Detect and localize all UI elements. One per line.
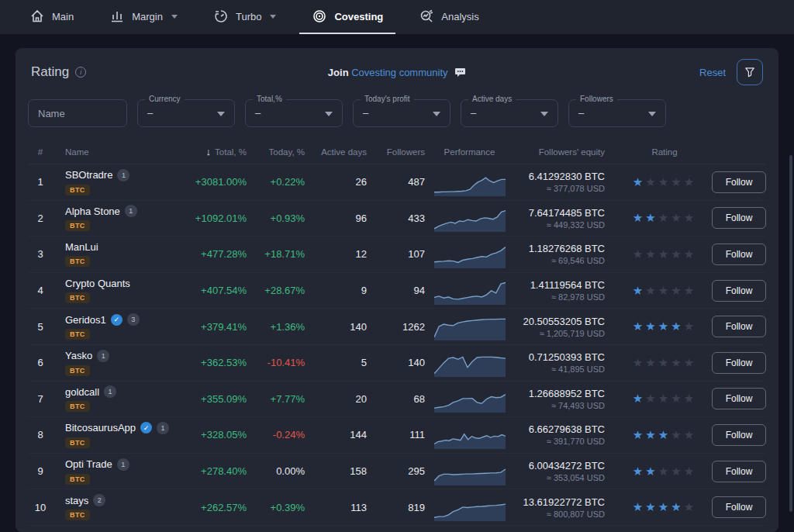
header-active-days[interactable]: Active days xyxy=(305,147,367,157)
trader-name[interactable]: SBOtradre xyxy=(65,169,112,181)
star-empty-icon: ★ xyxy=(658,392,671,405)
reset-button[interactable]: Reset xyxy=(699,67,726,78)
chevron-down-icon xyxy=(325,112,333,116)
today-percent-value: -0.24% xyxy=(247,429,305,440)
follow-button[interactable]: Follow xyxy=(712,171,766,193)
rating-panel: Rating i Join Covesting community Reset … xyxy=(16,48,778,532)
star-filled-icon: ★ xyxy=(658,500,671,513)
follow-button[interactable]: Follow xyxy=(712,316,766,337)
trader-name[interactable]: stays xyxy=(65,495,88,506)
header-rank[interactable]: # xyxy=(28,147,53,157)
star-empty-icon: ★ xyxy=(658,284,671,297)
nav-item-turbo[interactable]: Turbo xyxy=(201,0,288,34)
verified-icon: ✓ xyxy=(111,314,123,326)
trader-name[interactable]: ManLui xyxy=(65,241,98,253)
trader-name[interactable]: goldcall xyxy=(65,386,99,398)
followers-equity-cell: 0.71250393 BTC ≈ 41,895 USD xyxy=(514,351,627,374)
chevron-down-icon xyxy=(171,15,178,19)
follow-button[interactable]: Follow xyxy=(712,424,766,446)
filter-select[interactable]: Currency – xyxy=(137,99,235,127)
active-days-value: 20 xyxy=(305,393,367,405)
verified-icon: ✓ xyxy=(140,422,152,434)
trader-name[interactable]: BitcosaurusApp xyxy=(65,422,136,434)
star-filled-icon: ★ xyxy=(658,320,671,333)
currency-tag: BTC xyxy=(65,329,90,340)
header-rating[interactable]: Rating xyxy=(627,147,703,157)
filter-button[interactable] xyxy=(737,59,763,85)
scrollbar[interactable] xyxy=(789,155,792,512)
star-empty-icon: ★ xyxy=(658,465,671,478)
filter-select[interactable]: Followers – xyxy=(568,99,666,127)
equity-usd-value: ≈ 800,807 USD xyxy=(514,510,605,519)
speech-bubble-icon xyxy=(454,67,466,78)
join-prefix-text: Join xyxy=(328,67,349,78)
active-days-value: 144 xyxy=(305,429,367,440)
star-empty-icon: ★ xyxy=(671,247,683,261)
rating-stars: ★★★★★ xyxy=(627,175,703,189)
performance-sparkline xyxy=(425,277,514,305)
header-name[interactable]: Name xyxy=(53,147,173,157)
header-today[interactable]: Today, % xyxy=(247,147,305,157)
follow-button[interactable]: Follow xyxy=(712,496,766,518)
follow-button[interactable]: Follow xyxy=(712,207,766,229)
filter-select-label: Currency xyxy=(145,95,185,103)
count-badge: 1 xyxy=(157,422,169,434)
total-percent-value: +3081.00% xyxy=(173,176,247,188)
page-title: Rating i xyxy=(31,64,86,80)
currency-tag: BTC xyxy=(65,365,90,376)
follow-button[interactable]: Follow xyxy=(712,244,766,265)
header-equity[interactable]: Followers' equity xyxy=(514,147,627,157)
header-followers[interactable]: Followers xyxy=(367,147,425,157)
star-empty-icon: ★ xyxy=(684,247,696,261)
chevron-down-icon xyxy=(648,112,656,116)
performance-sparkline xyxy=(425,204,514,232)
filter-select[interactable]: Total,% – xyxy=(245,99,343,127)
star-empty-icon: ★ xyxy=(671,356,683,369)
chevron-down-icon xyxy=(270,15,276,19)
filter-select[interactable]: Today's profit – xyxy=(353,99,451,127)
star-filled-icon: ★ xyxy=(645,211,658,224)
follow-button[interactable]: Follow xyxy=(712,461,766,482)
performance-sparkline xyxy=(425,168,514,196)
trader-cell: ManLui ✓ BTC xyxy=(53,241,173,267)
nav-item-analysis[interactable]: Analysis xyxy=(406,0,491,34)
trader-name[interactable]: Opti Trade xyxy=(65,458,112,470)
trader-name[interactable]: Geridos1 xyxy=(65,314,106,326)
rating-stars: ★★★★★ xyxy=(627,356,703,370)
covesting-community-link[interactable]: Covesting community xyxy=(351,67,447,78)
star-filled-icon: ★ xyxy=(645,428,658,441)
followers-count-value: 1262 xyxy=(367,321,425,333)
star-empty-icon: ★ xyxy=(684,175,696,188)
funnel-icon xyxy=(744,66,756,78)
nav-item-main[interactable]: Main xyxy=(17,0,86,34)
trader-name[interactable]: Crypto Quants xyxy=(65,278,130,289)
info-icon[interactable]: i xyxy=(75,67,86,78)
performance-sparkline xyxy=(425,421,514,449)
trader-name[interactable]: Yasko xyxy=(65,350,92,361)
equity-btc-value: 6.41292830 BTC xyxy=(514,171,605,182)
filter-select[interactable]: Active days – xyxy=(461,99,558,127)
table-header: # Name ↓ Total, % Today, % Active days F… xyxy=(28,140,766,164)
rank-value: 3 xyxy=(28,248,53,260)
follow-button[interactable]: Follow xyxy=(712,280,766,302)
top-navigation: Main Margin Turbo Covesting Analysis xyxy=(0,0,794,34)
followers-count-value: 94 xyxy=(367,285,425,296)
header-total[interactable]: ↓ Total, % xyxy=(173,146,247,157)
total-percent-value: +477.28% xyxy=(173,248,247,260)
star-empty-icon: ★ xyxy=(671,211,683,224)
followers-equity-cell: 6.66279638 BTC ≈ 391,770 USD xyxy=(514,423,627,446)
filter-select-label: Today's profit xyxy=(361,95,414,103)
star-empty-icon: ★ xyxy=(658,175,671,188)
today-percent-value: +7.77% xyxy=(247,393,305,405)
trader-name[interactable]: Alpha Stone xyxy=(65,206,120,217)
nav-item-covesting[interactable]: Covesting xyxy=(299,0,395,34)
follow-button[interactable]: Follow xyxy=(712,388,766,409)
name-filter-input[interactable] xyxy=(28,99,127,127)
count-badge: 1 xyxy=(125,205,137,217)
active-days-value: 9 xyxy=(305,285,367,296)
star-filled-icon: ★ xyxy=(658,428,671,441)
follow-button[interactable]: Follow xyxy=(712,352,766,374)
currency-tag: BTC xyxy=(65,220,90,231)
nav-item-margin[interactable]: Margin xyxy=(97,0,190,34)
total-percent-value: +379.41% xyxy=(173,321,247,333)
